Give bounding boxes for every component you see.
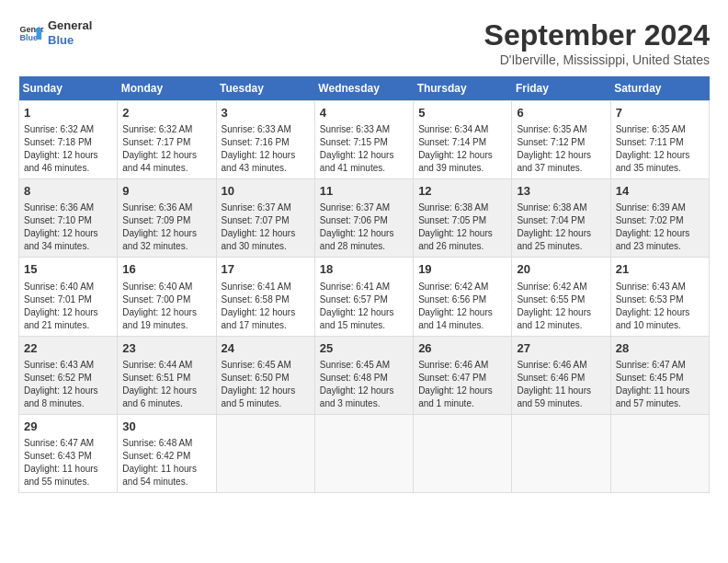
day-info: Sunset: 6:47 PM (418, 373, 486, 383)
day-info: Sunset: 6:45 PM (616, 373, 684, 383)
day-number: 10 (222, 183, 310, 200)
day-info: Daylight: 12 hours (320, 307, 394, 317)
calendar-cell: 15Sunrise: 6:40 AMSunset: 7:01 PMDayligh… (19, 258, 118, 336)
calendar-cell (414, 414, 512, 492)
day-number: 28 (616, 340, 704, 357)
day-info: Sunset: 6:56 PM (418, 294, 486, 304)
day-info: Daylight: 12 hours (517, 228, 591, 238)
calendar-cell: 8Sunrise: 6:36 AMSunset: 7:10 PMDaylight… (19, 179, 118, 258)
day-info: Daylight: 11 hours (122, 464, 197, 474)
month-title: September 2024 (484, 18, 710, 52)
day-info: and 34 minutes. (24, 241, 89, 251)
day-info: Sunrise: 6:39 AM (616, 202, 686, 213)
day-info: Daylight: 12 hours (616, 228, 690, 238)
day-info: and 1 minute. (418, 398, 474, 408)
calendar-cell: 1Sunrise: 6:32 AMSunset: 7:18 PMDaylight… (19, 101, 118, 179)
day-number: 18 (320, 261, 408, 278)
weekday-header: Friday (512, 76, 610, 101)
calendar-cell: 6Sunrise: 6:35 AMSunset: 7:12 PMDaylight… (512, 101, 610, 179)
day-info: Sunrise: 6:42 AM (418, 282, 488, 292)
day-info: Sunrise: 6:38 AM (517, 202, 586, 213)
calendar-cell: 13Sunrise: 6:38 AMSunset: 7:04 PMDayligh… (512, 179, 610, 258)
day-info: and 21 minutes. (24, 320, 89, 330)
calendar-cell (610, 414, 709, 492)
day-info: Sunset: 7:04 PM (517, 215, 585, 225)
calendar-cell: 3Sunrise: 6:33 AMSunset: 7:16 PMDaylight… (216, 101, 314, 179)
day-number: 13 (517, 183, 605, 200)
calendar-cell: 4Sunrise: 6:33 AMSunset: 7:15 PMDaylight… (314, 101, 413, 179)
day-info: and 8 minutes. (24, 398, 85, 408)
calendar-cell (512, 414, 610, 492)
day-info: Sunset: 7:15 PM (320, 137, 388, 147)
day-number: 24 (222, 340, 310, 357)
day-info: Sunset: 7:06 PM (320, 215, 388, 225)
day-number: 2 (122, 105, 210, 121)
day-info: Daylight: 12 hours (418, 385, 493, 396)
day-info: Sunset: 6:55 PM (517, 294, 585, 304)
day-number: 20 (517, 261, 605, 278)
day-info: Sunset: 7:10 PM (24, 215, 92, 225)
day-number: 9 (122, 183, 210, 200)
day-info: Daylight: 12 hours (222, 307, 296, 317)
day-info: Sunrise: 6:37 AM (320, 202, 390, 213)
day-number: 11 (320, 183, 408, 200)
day-info: Sunset: 7:00 PM (122, 294, 190, 304)
day-info: Sunrise: 6:41 AM (320, 282, 390, 292)
calendar: SundayMondayTuesdayWednesdayThursdayFrid… (18, 76, 710, 493)
day-info: Sunset: 7:14 PM (418, 137, 486, 147)
day-number: 16 (122, 261, 210, 278)
day-info: and 43 minutes. (222, 163, 287, 173)
day-info: Daylight: 12 hours (222, 150, 296, 160)
location-title: D'Iberville, Mississippi, United States (484, 52, 710, 67)
day-info: Sunset: 6:43 PM (24, 451, 92, 461)
calendar-cell: 9Sunrise: 6:36 AMSunset: 7:09 PMDaylight… (118, 179, 216, 258)
calendar-cell: 20Sunrise: 6:42 AMSunset: 6:55 PMDayligh… (512, 258, 610, 336)
day-info: and 26 minutes. (418, 241, 483, 251)
day-info: Sunrise: 6:36 AM (122, 202, 192, 213)
day-info: Daylight: 12 hours (122, 385, 197, 396)
logo-icon: General Blue (18, 20, 44, 46)
day-info: Daylight: 12 hours (418, 307, 493, 317)
day-info: and 25 minutes. (517, 241, 582, 251)
calendar-cell: 28Sunrise: 6:47 AMSunset: 6:45 PMDayligh… (610, 336, 709, 414)
day-number: 21 (616, 261, 704, 278)
day-info: and 30 minutes. (222, 241, 287, 251)
day-info: Daylight: 12 hours (616, 150, 690, 160)
day-number: 5 (418, 105, 506, 121)
calendar-cell: 23Sunrise: 6:44 AMSunset: 6:51 PMDayligh… (118, 336, 216, 414)
day-info: and 44 minutes. (122, 163, 188, 173)
day-number: 14 (616, 183, 704, 200)
day-info: Daylight: 12 hours (24, 385, 98, 396)
day-info: Daylight: 12 hours (122, 307, 197, 317)
day-info: Sunrise: 6:35 AM (616, 124, 686, 134)
day-info: Sunrise: 6:38 AM (418, 202, 488, 213)
day-info: Sunrise: 6:34 AM (418, 124, 488, 134)
day-info: Sunrise: 6:37 AM (222, 202, 291, 213)
day-info: and 32 minutes. (122, 241, 188, 251)
day-info: and 3 minutes. (320, 398, 381, 408)
header: General Blue GeneralBlue September 2024 … (18, 18, 710, 67)
day-info: Daylight: 12 hours (24, 307, 98, 317)
day-info: Sunset: 6:58 PM (222, 294, 290, 304)
day-info: Daylight: 11 hours (616, 385, 690, 396)
day-info: Sunrise: 6:40 AM (24, 282, 94, 292)
weekday-header: Tuesday (216, 76, 314, 101)
day-number: 1 (24, 105, 112, 121)
day-info: Sunset: 7:07 PM (222, 215, 290, 225)
day-info: Daylight: 12 hours (418, 150, 493, 160)
day-number: 12 (418, 183, 506, 200)
day-info: Sunset: 7:11 PM (616, 137, 684, 147)
calendar-cell: 24Sunrise: 6:45 AMSunset: 6:50 PMDayligh… (216, 336, 314, 414)
day-info: Sunrise: 6:32 AM (24, 124, 94, 134)
calendar-cell: 11Sunrise: 6:37 AMSunset: 7:06 PMDayligh… (314, 179, 413, 258)
day-number: 4 (320, 105, 408, 121)
weekday-header: Monday (118, 76, 216, 101)
day-info: Sunset: 7:12 PM (517, 137, 585, 147)
day-info: Sunset: 7:16 PM (222, 137, 290, 147)
day-number: 23 (122, 340, 210, 357)
calendar-cell: 22Sunrise: 6:43 AMSunset: 6:52 PMDayligh… (19, 336, 118, 414)
day-info: Daylight: 12 hours (320, 228, 394, 238)
calendar-cell: 19Sunrise: 6:42 AMSunset: 6:56 PMDayligh… (414, 258, 512, 336)
day-info: Sunrise: 6:33 AM (320, 124, 390, 134)
weekday-header: Saturday (610, 76, 709, 101)
